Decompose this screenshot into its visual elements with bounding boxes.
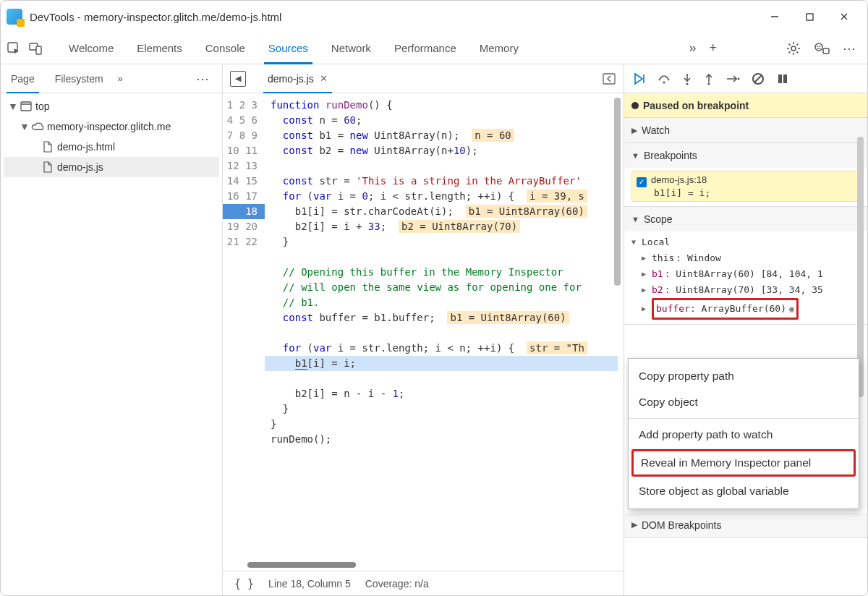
tree-origin[interactable]: ▼ memory-inspector.glitch.me	[4, 116, 219, 137]
resume-icon[interactable]	[633, 72, 646, 85]
menu-store-global[interactable]: Store object as global variable	[629, 478, 859, 504]
step-over-icon[interactable]	[658, 73, 671, 85]
scope-b2[interactable]: ▶b2: Uint8Array(70) [33, 34, 35	[631, 282, 861, 298]
file-icon	[41, 140, 54, 153]
navigator-tab-filesystem[interactable]: Filesystem	[45, 64, 114, 93]
tree-file-html[interactable]: demo-js.html	[4, 137, 219, 157]
tab-performance[interactable]: Performance	[383, 33, 468, 64]
line-gutter[interactable]: 1 2 3 4 5 6 7 8 9 10 11 12 13 14 15 16 1…	[223, 93, 265, 559]
svg-point-17	[817, 46, 819, 47]
svg-rect-33	[778, 74, 782, 83]
svg-line-32	[754, 75, 762, 82]
file-tab-label: demo-js.js	[268, 64, 314, 93]
tree-file-js-label: demo-js.js	[57, 161, 103, 173]
step-into-icon[interactable]	[682, 72, 692, 85]
step-icon[interactable]	[726, 74, 740, 84]
svg-rect-6	[36, 46, 41, 54]
cursor-position: Line 18, Column 5	[268, 578, 351, 589]
tab-sources[interactable]: Sources	[257, 33, 320, 64]
svg-point-30	[738, 77, 740, 80]
svg-rect-19	[823, 48, 829, 54]
more-menu-icon[interactable]: ⋯	[843, 41, 856, 56]
coverage-status: Coverage: n/a	[365, 578, 429, 589]
memory-icon[interactable]: ◉	[789, 301, 794, 317]
tab-elements[interactable]: Elements	[125, 33, 194, 64]
feedback-icon[interactable]	[814, 41, 830, 56]
svg-point-7	[791, 46, 796, 51]
pretty-print-icon[interactable]: { }	[234, 577, 254, 590]
tree-file-js[interactable]: demo-js.js	[4, 157, 219, 177]
svg-rect-20	[21, 102, 31, 111]
paused-text: Paused on breakpoint	[643, 100, 749, 111]
scope-b1[interactable]: ▶b1: Uint8Array(60) [84, 104, 1	[631, 266, 861, 282]
tab-console[interactable]: Console	[194, 33, 257, 64]
tree-origin-label: memory-inspector.glitch.me	[47, 121, 171, 132]
debugger-toolbar	[624, 64, 867, 93]
window-title: DevTools - memory-inspector.glitch.me/de…	[30, 11, 281, 23]
toggle-debugger-icon[interactable]	[602, 72, 616, 85]
svg-point-16	[815, 43, 822, 51]
svg-point-28	[708, 82, 710, 85]
context-menu: Copy property path Copy object Add prope…	[628, 358, 859, 509]
code-body[interactable]: function runDemo() { const n = 60; const…	[265, 93, 624, 559]
devtools-logo-icon	[7, 9, 22, 25]
section-scope: ▼Scope ▼Local ▶this: Window ▶b1: Uint8Ar…	[624, 207, 867, 325]
tab-network[interactable]: Network	[320, 33, 383, 64]
code-editor[interactable]: 1 2 3 4 5 6 7 8 9 10 11 12 13 14 15 16 1…	[223, 93, 624, 559]
new-tab-icon[interactable]: +	[709, 41, 717, 56]
toggle-navigator-icon[interactable]: ◀	[230, 71, 246, 87]
debugger-panel: Paused on breakpoint ▶Watch ▼Breakpoints…	[624, 64, 867, 595]
paused-dot-icon	[631, 102, 639, 109]
frame-icon	[20, 100, 33, 113]
navigator-tab-page[interactable]: Page	[1, 64, 45, 93]
navigator-more-tabs-icon[interactable]: »	[118, 73, 123, 84]
pause-on-exceptions-icon[interactable]	[776, 72, 789, 85]
minimize-button[interactable]	[757, 4, 792, 30]
cloud-icon	[31, 120, 44, 133]
navigator-panel: Page Filesystem » ⋯ ▼ top ▼ memory-inspe…	[1, 64, 223, 595]
tab-welcome[interactable]: Welcome	[57, 33, 125, 64]
editor-statusbar: { } Line 18, Column 5 Coverage: n/a	[223, 571, 624, 595]
tree-top-label: top	[35, 101, 49, 112]
svg-rect-1	[807, 14, 813, 20]
file-tree: ▼ top ▼ memory-inspector.glitch.me demo-…	[1, 93, 222, 595]
close-file-tab-icon[interactable]: ✕	[320, 64, 328, 93]
scope-buffer[interactable]: ▶buffer: ArrayBuffer(60)◉	[631, 298, 861, 320]
navigator-menu-icon[interactable]: ⋯	[196, 71, 209, 87]
menu-copy-property-path[interactable]: Copy property path	[629, 363, 859, 389]
editor-panel: ◀ demo-js.js ✕ 1 2 3 4 5 6 7 8 9 10 11 1…	[223, 64, 624, 595]
breakpoint-checkbox-icon[interactable]: ✓	[637, 177, 647, 187]
menu-add-watch[interactable]: Add property path to watch	[629, 422, 859, 448]
scope-local[interactable]: ▼Local	[631, 234, 861, 250]
close-window-button[interactable]	[827, 4, 861, 30]
svg-line-15	[796, 43, 798, 45]
file-icon	[41, 161, 54, 174]
paused-banner: Paused on breakpoint	[624, 93, 867, 118]
scope-this[interactable]: ▶this: Window	[631, 250, 861, 266]
deactivate-breakpoints-icon[interactable]	[752, 72, 765, 85]
breakpoint-item[interactable]: ✓demo-js.js:18 b1[i] = i;	[631, 171, 861, 202]
menu-reveal-memory-inspector[interactable]: Reveal in Memory Inspector panel	[631, 449, 856, 477]
title-bar: DevTools - memory-inspector.glitch.me/de…	[1, 1, 867, 33]
step-out-icon[interactable]	[704, 72, 714, 85]
editor-horizontal-scrollbar[interactable]	[247, 562, 624, 569]
menu-separator	[629, 418, 859, 419]
tree-top-frame[interactable]: ▼ top	[4, 96, 219, 116]
settings-gear-icon[interactable]	[786, 41, 801, 56]
svg-line-13	[796, 51, 798, 53]
svg-point-24	[663, 81, 665, 83]
svg-rect-34	[783, 74, 787, 83]
editor-vertical-scrollbar[interactable]	[614, 98, 621, 286]
inspect-element-icon[interactable]	[5, 40, 22, 57]
file-tab-demo-js[interactable]: demo-js.js ✕	[260, 64, 335, 93]
svg-rect-22	[603, 74, 615, 84]
section-watch: ▶Watch	[624, 118, 867, 143]
menu-copy-object[interactable]: Copy object	[629, 389, 859, 415]
tab-memory[interactable]: Memory	[468, 33, 530, 64]
maximize-button[interactable]	[792, 4, 827, 30]
more-tabs-icon[interactable]: »	[689, 41, 696, 56]
section-dom-breakpoints: ▶DOM Breakpoints	[624, 513, 867, 538]
main-tabstrip: Welcome Elements Console Sources Network…	[1, 33, 867, 64]
device-toolbar-icon[interactable]	[27, 40, 44, 57]
section-breakpoints: ▼Breakpoints ✓demo-js.js:18 b1[i] = i;	[624, 143, 867, 207]
